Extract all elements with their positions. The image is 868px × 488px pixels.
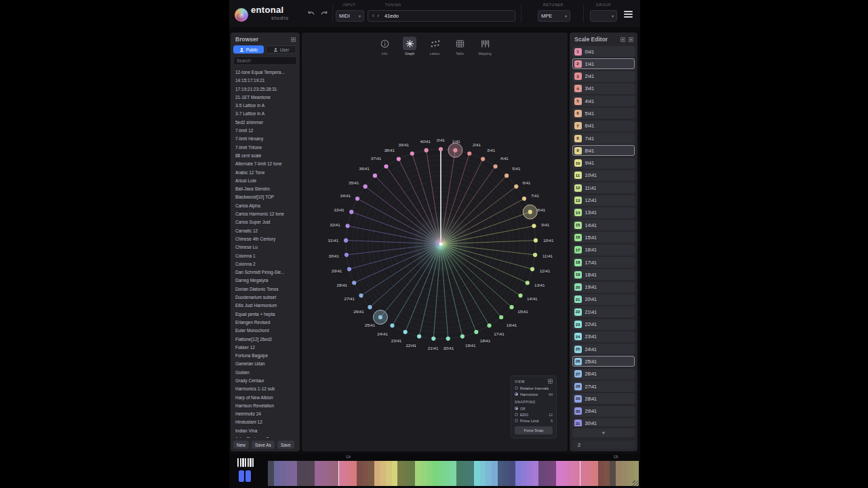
keyboard-key[interactable] [598, 461, 604, 486]
scale-node[interactable] [355, 197, 359, 201]
tab-graph[interactable]: Graph [401, 37, 418, 56]
menu-button[interactable] [624, 11, 633, 19]
keyboard-key[interactable] [610, 461, 616, 486]
radio-icon[interactable] [515, 407, 518, 410]
scale-node[interactable] [467, 151, 471, 155]
keyboard-key[interactable] [292, 461, 298, 486]
keyboard-key[interactable] [427, 461, 433, 486]
degree-value[interactable]: 1\41 [585, 62, 595, 66]
group-select[interactable]: ▾ [590, 10, 617, 22]
scale-degree-row[interactable]: 2625\41 [572, 356, 635, 367]
scale-degree-row[interactable]: 1615\41 [572, 232, 635, 243]
list-item[interactable]: Duodenarium subset [231, 293, 299, 302]
degree-value[interactable]: 12\41 [585, 198, 597, 203]
new-button[interactable]: New [233, 441, 249, 449]
keyboard-key[interactable] [450, 461, 456, 486]
keyboard-key[interactable] [568, 461, 574, 486]
list-item[interactable]: Carnatic 12 [231, 227, 299, 235]
list-item[interactable]: Ellis Just Harmonium [231, 302, 299, 310]
scale-degree-row[interactable]: 87\41 [572, 133, 635, 144]
list-item[interactable]: Chinese Lu [231, 243, 299, 251]
keyboard-key[interactable] [309, 461, 315, 486]
keyboard-key[interactable] [586, 461, 592, 486]
list-item[interactable]: Carlos Super Just [231, 218, 299, 226]
keyboard-key[interactable] [592, 461, 598, 486]
list-item[interactable]: Bali-Java Slendro [231, 185, 299, 193]
scale-node[interactable] [417, 334, 421, 338]
keyboard-key[interactable] [303, 461, 309, 486]
option-row[interactable]: Harmonics64 [515, 391, 553, 397]
scale-degree-row[interactable]: 1716\41 [572, 245, 635, 256]
scale-degree-row[interactable]: 43\41 [572, 83, 635, 94]
radio-icon[interactable] [515, 413, 518, 416]
scale-node[interactable] [384, 164, 388, 168]
tab-lattice[interactable]: Lattice [426, 37, 443, 56]
keyboard-key[interactable] [415, 461, 421, 486]
keyboard-key[interactable] [345, 461, 351, 486]
list-item[interactable]: Blackwood[10] TOP [231, 193, 299, 201]
resize-grip[interactable] [633, 481, 639, 487]
scale-degree-row[interactable]: 1110\41 [572, 170, 635, 181]
scale-node[interactable] [352, 281, 356, 285]
scale-footer-value[interactable]: 2 [572, 441, 635, 449]
degree-value[interactable]: 24\41 [585, 347, 597, 352]
keyboard-key[interactable] [327, 461, 333, 486]
degree-value[interactable]: 14\41 [585, 223, 597, 228]
option-value[interactable]: 12 [549, 413, 553, 417]
list-item[interactable]: 7-limit 12 [231, 127, 299, 135]
scale-node[interactable] [363, 184, 368, 188]
degree-value[interactable]: 0\41 [585, 49, 595, 54]
scale-node[interactable] [344, 239, 348, 243]
keyboard-key[interactable] [503, 461, 509, 486]
degree-value[interactable]: 22\41 [585, 322, 597, 327]
keyboard-key[interactable] [556, 461, 562, 486]
keyboard-key[interactable] [351, 461, 357, 486]
list-item[interactable]: Dan Schmidt Pelog-Sle... [231, 268, 299, 277]
radio-icon[interactable] [515, 419, 518, 422]
list-item[interactable]: Euler Monochord [231, 327, 299, 335]
scale-degree-row[interactable]: 2726\41 [572, 369, 635, 380]
retuner-select[interactable]: MPE ▾ [538, 10, 570, 22]
scale-degree-row[interactable]: 2120\41 [572, 294, 635, 305]
scale-node[interactable] [514, 184, 518, 188]
scale-node[interactable] [390, 323, 394, 327]
keyboard-key[interactable] [551, 461, 557, 486]
keyboard-key[interactable] [509, 461, 515, 486]
redo-icon[interactable] [319, 10, 329, 18]
radio-icon[interactable] [515, 386, 518, 390]
keyboard-key[interactable] [445, 461, 451, 486]
radio-icon[interactable] [515, 392, 518, 396]
scale-node[interactable] [349, 210, 353, 214]
scale-degree-row[interactable]: 1817\41 [572, 257, 635, 268]
scale-node[interactable] [522, 197, 526, 201]
list-item[interactable]: Grady Centaur [231, 377, 299, 385]
tab-info[interactable]: Info [376, 37, 393, 56]
keyboard-key[interactable] [274, 461, 280, 486]
keyboard-key[interactable] [621, 461, 627, 486]
list-item[interactable]: 17:19:21:23:25:28:31 [231, 85, 299, 94]
popout-icon[interactable] [548, 379, 553, 384]
undo-icon[interactable] [307, 10, 316, 18]
scale-node[interactable] [481, 157, 485, 161]
scale-node[interactable] [526, 281, 530, 285]
degree-value[interactable]: 8\41 [585, 148, 595, 153]
list-item[interactable]: Colonna 1 [231, 252, 299, 260]
list-item[interactable]: Harrison Revelation [231, 402, 299, 410]
keyboard-key[interactable] [421, 461, 427, 486]
option-row[interactable]: Relative Intervals [515, 385, 553, 391]
degree-value[interactable]: 3\41 [585, 86, 595, 91]
degree-value[interactable]: 17\41 [585, 260, 597, 265]
degree-value[interactable]: 25\41 [585, 359, 597, 364]
keyboard-key[interactable] [315, 461, 321, 486]
keyboard-key[interactable] [410, 461, 416, 486]
option-row[interactable]: Off [515, 405, 553, 411]
list-item[interactable]: Hindustani 12 [231, 418, 299, 426]
scale-node[interactable] [487, 323, 491, 327]
piano-icon[interactable] [237, 458, 254, 467]
list-item[interactable]: Gamelan Udan [231, 360, 299, 368]
list-item[interactable]: 7-limit Tritone [231, 144, 299, 152]
keyboard-key[interactable] [380, 461, 386, 486]
list-item[interactable]: Chinese 4th Century [231, 235, 299, 243]
list-item[interactable]: Erlangen Revised [231, 319, 299, 327]
list-item[interactable]: Helmholtz 24 [231, 410, 299, 418]
